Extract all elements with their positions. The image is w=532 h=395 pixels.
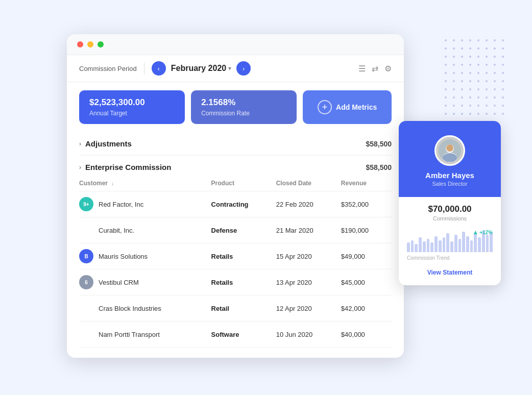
chart-bar (443, 237, 446, 252)
trend-arrow-icon: ▲ (472, 229, 478, 236)
traffic-light-yellow[interactable] (87, 41, 93, 47)
closed-date-cell: 10 Jun 2020 (276, 322, 341, 348)
product-cell: Retails (211, 269, 276, 295)
list-sort-icon[interactable]: ⇄ (372, 64, 378, 73)
annual-target-card: $2,523,300.00 Annual Target (79, 90, 185, 124)
enterprise-chevron-icon: › (79, 164, 81, 171)
chart-bar (439, 240, 442, 252)
table-row[interactable]: Cras Block IndustriesRetail12 Apr 2020$4… (79, 295, 392, 322)
commission-amount: $70,000.00 (407, 204, 493, 214)
commission-chart: ▲ +12% (407, 227, 493, 252)
revenue-cell: $190,000 (341, 217, 392, 243)
enterprise-row[interactable]: › Enterprise Commission $58,500 (79, 156, 392, 176)
header-bar: Commission Period ‹ February 2020 ▾ › ☰ … (67, 55, 404, 82)
traffic-light-red[interactable] (77, 41, 83, 47)
revenue-cell: $42,000 (341, 295, 392, 322)
table-row[interactable]: BMauris SolutionsRetails15 Apr 2020$49,0… (79, 243, 392, 269)
table-row[interactable]: 9+Red Factor, IncContracting22 Feb 2020$… (79, 191, 392, 217)
commission-label: Commissions (407, 215, 493, 221)
chart-bar (430, 242, 433, 252)
chart-bar (486, 235, 489, 252)
enterprise-amount: $58,500 (366, 163, 392, 171)
customer-name: Cras Block Industries (99, 305, 161, 312)
metrics-bar: $2,523,300.00 Annual Target 2.1568% Comm… (67, 82, 404, 132)
product-cell: Contracting (211, 191, 276, 217)
chart-bar (411, 240, 414, 252)
profile-card-body: $70,000.00 Commissions ▲ +12% Commission… (399, 197, 501, 285)
trend-value: +12% (479, 230, 493, 235)
svg-point-3 (446, 144, 453, 152)
add-metrics-card[interactable]: + Add Metrics (303, 90, 392, 124)
header-actions: ☰ ⇄ ⚙ (358, 64, 392, 73)
profile-avatar (434, 135, 465, 166)
closed-date-cell: 22 Feb 2020 (276, 191, 341, 217)
table-row[interactable]: 6Vestibul CRMRetails13 Apr 2020$45,000 (79, 269, 392, 295)
column-revenue: Revenue (341, 176, 392, 191)
period-dropdown-button[interactable]: ▾ (228, 65, 231, 72)
view-statement-button[interactable]: View Statement (407, 266, 493, 279)
enterprise-label: Enterprise Commission (85, 163, 171, 171)
revenue-cell: $40,000 (341, 322, 392, 348)
closed-date-cell: 12 Apr 2020 (276, 295, 341, 322)
product-cell: Defense (211, 217, 276, 243)
commission-period-label: Commission Period (79, 65, 137, 72)
chart-bar (423, 241, 426, 252)
sort-icon: ↓ (111, 181, 114, 186)
customer-avatar: 9+ (79, 197, 93, 211)
next-period-button[interactable]: › (236, 61, 251, 76)
revenue-cell: $45,000 (341, 269, 392, 295)
settings-icon[interactable]: ⚙ (384, 64, 392, 73)
adjustments-chevron-icon: › (79, 140, 81, 147)
adjustments-amount: $58,500 (366, 140, 392, 148)
adjustments-row[interactable]: › Adjustments $58,500 (79, 132, 392, 156)
revenue-cell: $352,000 (341, 191, 392, 217)
table-row[interactable]: Nam Portti TransportSoftware10 Jun 2020$… (79, 322, 392, 348)
avatar-spacer (79, 301, 93, 315)
customer-name: Nam Portti Transport (99, 331, 160, 338)
chart-bar (478, 237, 481, 252)
chart-bar (434, 236, 438, 253)
chart-bar (474, 233, 477, 252)
commission-rate-card: 2.1568% Commission Rate (191, 90, 297, 124)
adjustments-label: Adjustments (85, 139, 132, 148)
prev-period-button[interactable]: ‹ (152, 61, 166, 76)
avatar-spacer (79, 223, 93, 237)
chart-bar (427, 239, 430, 252)
column-customer[interactable]: Customer ↓ (79, 176, 211, 191)
customer-name: Red Factor, Inc (99, 201, 143, 208)
product-cell: Retails (211, 243, 276, 269)
customer-name: Mauris Solutions (99, 253, 148, 260)
page-wrapper: // Will be rendered below Commission Per… (36, 19, 496, 376)
avatar-spacer (79, 327, 93, 341)
revenue-cell: $49,000 (341, 243, 392, 269)
list-filter-icon[interactable]: ☰ (358, 64, 366, 73)
main-window: Commission Period ‹ February 2020 ▾ › ☰ … (67, 34, 404, 358)
customer-name: Vestibul CRM (99, 279, 139, 286)
chart-bar (407, 242, 410, 252)
chart-bar (466, 236, 469, 253)
commission-rate-value: 2.1568% (201, 97, 286, 108)
add-icon: + (318, 100, 332, 114)
traffic-light-green[interactable] (98, 41, 104, 47)
profile-card-header: Amber Hayes Sales Director (399, 121, 501, 197)
closed-date-cell: 13 Apr 2020 (276, 269, 341, 295)
column-product: Product (211, 176, 276, 191)
profile-card: Amber Hayes Sales Director $70,000.00 Co… (399, 121, 501, 285)
add-metrics-label: Add Metrics (336, 103, 377, 111)
chart-label: Commission Trend (407, 255, 493, 261)
product-cell: Software (211, 322, 276, 348)
chart-bar (458, 239, 462, 252)
title-bar (67, 34, 404, 55)
content-area: › Adjustments $58,500 › Enterprise Commi… (67, 132, 404, 358)
commission-rate-label: Commission Rate (201, 110, 286, 117)
table-row[interactable]: Curabit, Inc.Defense21 Mar 2020$190,000 (79, 217, 392, 243)
chart-bar (415, 244, 418, 252)
header-divider (144, 62, 144, 75)
trend-badge: ▲ +12% (472, 229, 493, 236)
chart-bar (450, 241, 453, 252)
customer-avatar: B (79, 249, 93, 263)
chart-bar (454, 235, 457, 252)
period-title: February 2020 (171, 64, 227, 73)
annual-target-value: $2,523,300.00 (89, 97, 175, 108)
closed-date-cell: 15 Apr 2020 (276, 243, 341, 269)
